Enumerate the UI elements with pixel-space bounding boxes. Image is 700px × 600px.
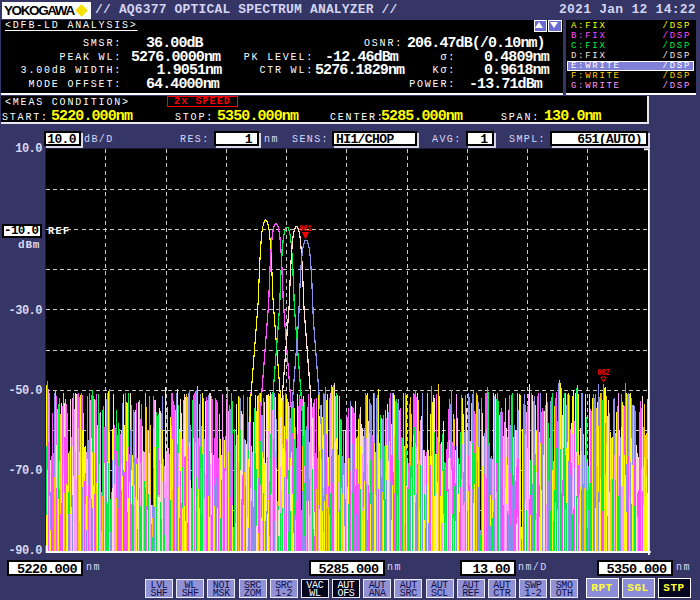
- svg-text:001: 001: [299, 222, 311, 232]
- svg-text:002: 002: [597, 367, 609, 377]
